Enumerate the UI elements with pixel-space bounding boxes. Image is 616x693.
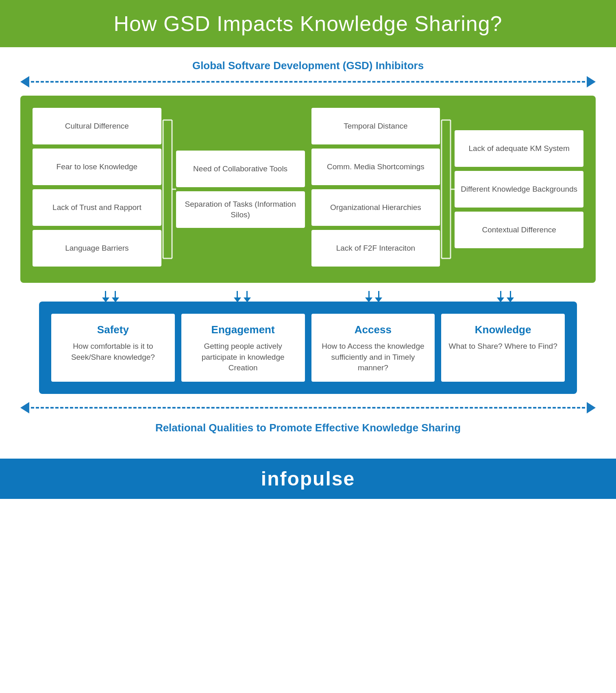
side-arrow-left — [20, 347, 36, 356]
down-arrows-row — [20, 291, 596, 302]
qualities-grid: Safety How comfortable is it to Seek/Sha… — [51, 314, 565, 382]
down-arrow-safety — [102, 291, 119, 302]
quality-title-engagement: Engagement — [189, 324, 298, 336]
list-item: Contextual Difference — [455, 212, 583, 248]
right-arrow-line — [580, 351, 588, 352]
list-item: Lack of Trust and Rapport — [33, 189, 161, 226]
quality-title-safety: Safety — [59, 324, 168, 336]
header: How GSD Impacts Knowledge Sharing? — [0, 0, 616, 47]
arrow-head-left-icon — [20, 76, 29, 87]
arrow-head-right-icon — [587, 76, 596, 87]
col2: Need of Collaborative Tools Separation o… — [176, 108, 305, 271]
top-arrow-row — [20, 76, 596, 87]
arrow-stem — [115, 291, 116, 297]
arrow-head-right-bottom-icon — [587, 402, 596, 413]
bottom-arrow-row — [20, 402, 596, 413]
list-item: Fear to lose Knowledge — [33, 149, 161, 185]
quality-card-access: Access How to Access the knowledge suffi… — [311, 314, 435, 382]
quality-desc-engagement: Getting people actively participate in k… — [189, 341, 298, 374]
col3: Temporal Distance Comm. Media Shortcomin… — [311, 108, 440, 271]
quality-title-access: Access — [319, 324, 428, 336]
inhibitors-box: Cultural Difference Fear to lose Knowled… — [20, 96, 596, 283]
top-arrow-line — [20, 76, 596, 87]
bottom-arrow-line — [20, 402, 596, 413]
quality-desc-access: How to Access the knowledge sufficiently… — [319, 341, 428, 374]
list-item: Cultural Difference — [33, 108, 161, 144]
brand-logo: infopulse — [9, 468, 607, 490]
left-arrow-head-icon — [20, 347, 28, 356]
down-arrow-4 — [244, 291, 251, 302]
relational-label: Relational Qualities to Promote Effectiv… — [20, 422, 596, 434]
down-arrow-6 — [375, 291, 382, 302]
quality-desc-safety: How comfortable is it to Seek/Share know… — [59, 341, 168, 363]
arrow-stem — [105, 291, 106, 297]
left-bracket-connector — [161, 108, 176, 271]
down-arrow-3 — [234, 291, 241, 302]
left-pair: Cultural Difference Fear to lose Knowled… — [33, 108, 305, 271]
arrow-stem — [368, 291, 370, 297]
arrow-stem — [378, 291, 379, 297]
arrow-stem — [510, 291, 511, 297]
down-arrow-8 — [507, 291, 514, 302]
down-arrow-access — [365, 291, 382, 302]
quality-title-knowledge: Knowledge — [448, 324, 557, 336]
arrow-head-left-bottom-icon — [20, 402, 29, 413]
right-pair: Temporal Distance Comm. Media Shortcomin… — [311, 108, 584, 271]
arrow-dashed-bottom — [31, 407, 585, 409]
quality-desc-knowledge: What to Share? Where to Find? — [448, 341, 557, 352]
quality-card-safety: Safety How comfortable is it to Seek/Sha… — [51, 314, 175, 382]
list-item: Separation of Tasks (Information Silos) — [176, 191, 305, 228]
quality-card-knowledge: Knowledge What to Share? Where to Find? — [441, 314, 565, 382]
down-arrow-engagement — [234, 291, 251, 302]
list-item: Need of Collaborative Tools — [176, 151, 305, 187]
footer: infopulse — [0, 459, 616, 499]
bottom-arrow-section — [20, 402, 596, 413]
quality-card-engagement: Engagement Getting people actively parti… — [181, 314, 305, 382]
arrow-stem — [237, 291, 238, 297]
qualities-wrapper: Safety How comfortable is it to Seek/Sha… — [20, 302, 596, 402]
gap — [305, 108, 311, 271]
inhibitors-grid: Cultural Difference Fear to lose Knowled… — [33, 108, 583, 271]
arrow-dashed-line — [31, 81, 585, 83]
list-item: Temporal Distance — [311, 108, 440, 144]
down-arrow-5 — [365, 291, 372, 302]
inhibitors-label: Global Softvare Development (GSD) Inhibi… — [20, 59, 596, 72]
list-item: Lack of F2F Interaciton — [311, 230, 440, 267]
main-content: Global Softvare Development (GSD) Inhibi… — [0, 47, 616, 459]
page-wrapper: How GSD Impacts Knowledge Sharing? Globa… — [0, 0, 616, 499]
list-item: Different Knowledge Backgrounds — [455, 171, 583, 208]
list-item: Organizational Hierarchies — [311, 189, 440, 226]
down-arrow-1 — [102, 291, 109, 302]
page-title: How GSD Impacts Knowledge Sharing? — [16, 11, 600, 36]
col1: Cultural Difference Fear to lose Knowled… — [33, 108, 161, 271]
qualities-box: Safety How comfortable is it to Seek/Sha… — [39, 302, 577, 394]
arrow-stem — [500, 291, 501, 297]
left-arrow-line — [28, 351, 36, 352]
right-arrow-head-icon — [588, 347, 596, 356]
arrow-stem — [246, 291, 248, 297]
down-arrow-knowledge — [497, 291, 514, 302]
down-arrow-2 — [112, 291, 119, 302]
down-arrow-7 — [497, 291, 504, 302]
right-bracket-connector — [440, 108, 455, 271]
list-item: Lack of adequate KM System — [455, 130, 583, 167]
list-item: Comm. Media Shortcomings — [311, 149, 440, 185]
list-item: Language Barriers — [33, 230, 161, 267]
side-arrow-right — [580, 347, 596, 356]
col4: Lack of adequate KM System Different Kno… — [455, 108, 583, 271]
